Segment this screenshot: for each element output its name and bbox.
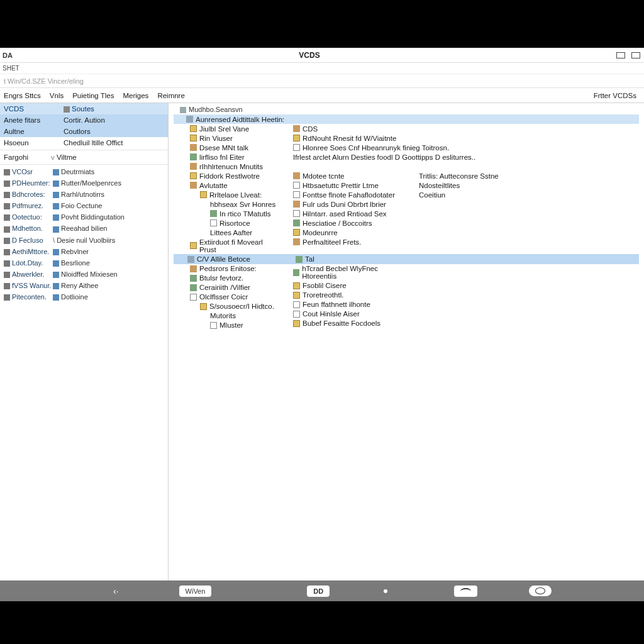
pair-icon bbox=[53, 283, 59, 289]
rp-row-selected[interactable]: C/V Allile Betoce Tal bbox=[174, 254, 639, 264]
maximize-icon[interactable] bbox=[616, 52, 625, 58]
checkbox-icon[interactable] bbox=[293, 191, 300, 198]
rp-item[interactable]: CDS bbox=[287, 124, 488, 133]
left-pane-section[interactable]: Fargohi v Viltme bbox=[0, 152, 168, 163]
dot-icon[interactable] bbox=[384, 589, 387, 593]
lp-row[interactable]: AultneCoutlors bbox=[0, 126, 168, 137]
lp-pair[interactable]: fVSS Wanur.Reny Aithee bbox=[0, 280, 168, 291]
menu-item[interactable]: Puieting Tles bbox=[72, 92, 114, 99]
rp-row-selected[interactable]: Aunrensed Aidtittalk Heetin: bbox=[174, 114, 639, 124]
rp-item[interactable]: Mluster bbox=[174, 321, 287, 330]
lp-pair[interactable]: VCOsrDeutrmiats bbox=[0, 166, 168, 177]
rp-item[interactable]: Perfnaltiteel Frets. bbox=[287, 237, 413, 247]
content-area: VCDS Soutes Anete fitarsCortir. AutionAu… bbox=[0, 103, 644, 580]
lp-pair[interactable]: Ldot.Dtay.Besrlione bbox=[0, 257, 168, 269]
rp-item[interactable]: Btulsr fevtorz. bbox=[174, 274, 287, 283]
checkbox-icon[interactable] bbox=[210, 219, 217, 226]
menu-right-label[interactable]: Frtter VCDSs bbox=[594, 92, 644, 99]
left-pane: VCDS Soutes Anete fitarsCortir. AutionAu… bbox=[0, 103, 169, 580]
taskbar: ‹· WiVen DD bbox=[0, 580, 644, 601]
pair-icon bbox=[4, 272, 10, 278]
lp-pair[interactable]: AethiMttore.Rebvlner bbox=[0, 246, 168, 257]
back-icon[interactable]: ‹· bbox=[113, 586, 119, 596]
checkbox-icon[interactable] bbox=[210, 322, 217, 329]
checkbox-icon[interactable] bbox=[190, 294, 197, 301]
rp-header: Mudhbo.Seansvn bbox=[174, 104, 639, 114]
rp-item[interactable]: Dsese MNt talk bbox=[174, 143, 287, 152]
lp-pair[interactable]: Abwerkler.Nloidffed Mixiesen bbox=[0, 269, 168, 280]
taskbar-wifi[interactable] bbox=[454, 586, 477, 597]
rp-columns: Pedsrors Enitose:Btulsr fevtorz.Cerairii… bbox=[174, 264, 639, 330]
rp-item[interactable]: Fsoblil Cisere bbox=[287, 281, 413, 291]
rp-item[interactable]: Jiulbl Srel Vane bbox=[174, 124, 287, 133]
taskbar-oval-button[interactable] bbox=[529, 586, 552, 596]
rp-item[interactable]: Rin Viuser bbox=[174, 133, 287, 143]
sect-b: Viltme bbox=[57, 153, 77, 161]
pair-icon bbox=[4, 203, 10, 209]
subtitle-bar: SHET bbox=[0, 63, 644, 74]
rp-item[interactable]: Coeitiun bbox=[413, 190, 519, 199]
rp-item[interactable]: Avlutatte bbox=[174, 180, 287, 190]
lp-pair[interactable]: D Fecluso\ Desie nuil Vuolbiirs bbox=[0, 235, 168, 246]
menu-item[interactable]: Meriges bbox=[123, 92, 148, 99]
menu-item[interactable]: Vnls bbox=[50, 92, 64, 99]
pair-icon bbox=[4, 226, 10, 233]
rp-item[interactable]: Pedsrors Enitose: bbox=[174, 264, 287, 274]
item-icon bbox=[190, 182, 197, 189]
menu-item[interactable]: Engrs Sttcs bbox=[4, 92, 41, 99]
titlebar-left-label: DA bbox=[0, 52, 25, 59]
checkbox-icon[interactable] bbox=[293, 182, 300, 189]
rp-item[interactable]: Fulr uds Duni Obrbrt lbrier bbox=[287, 199, 413, 209]
restore-icon[interactable] bbox=[631, 52, 640, 58]
rp-item[interactable]: Feun ffathnett ilhonte bbox=[287, 300, 413, 309]
lp-row[interactable]: Anete fitarsCortir. Aution bbox=[0, 114, 168, 126]
rp-item[interactable]: Hilntarr. ased Rntioad Sex bbox=[287, 209, 413, 218]
taskbar-button[interactable]: WiVen bbox=[179, 586, 212, 597]
checkbox-icon[interactable] bbox=[293, 144, 300, 151]
lp-pair[interactable]: PDHeumter:Rutter/Moelpenrces bbox=[0, 177, 168, 189]
rp-item[interactable]: Risortoce bbox=[174, 218, 287, 228]
rp-item[interactable]: In rtico TMatutls bbox=[174, 209, 287, 218]
menu-item[interactable]: Reimnre bbox=[157, 92, 184, 99]
rp-item[interactable]: Rrltelaoe Llveat: bbox=[174, 190, 287, 199]
item-icon bbox=[190, 144, 197, 151]
rp-item[interactable]: Tritlis: Autteconsre Sstne bbox=[413, 171, 519, 180]
rp-item[interactable]: Mutorits bbox=[174, 311, 287, 321]
lp-pair[interactable]: Ootectuo:Povht Biddingutation bbox=[0, 211, 168, 223]
rp-item[interactable]: Littees Aafter bbox=[174, 228, 287, 237]
rp-item[interactable]: lirfliso fnl Eiter bbox=[174, 152, 287, 162]
rp-item[interactable]: Extiirduot fi Movearl Prust bbox=[174, 237, 287, 254]
rp-item[interactable]: Modeunrre bbox=[287, 228, 413, 237]
rp-item[interactable]: S/sousoecr/I Hidtco. bbox=[174, 302, 287, 311]
rp-item[interactable]: Fonttse flnote Fahaflodotater bbox=[287, 190, 413, 199]
rp-item[interactable]: Ndosteiltlites bbox=[413, 180, 519, 190]
rp-item[interactable]: Troretreothtl. bbox=[287, 291, 413, 300]
lp-pair[interactable]: Pdfmurez.Foio Cectune bbox=[0, 200, 168, 211]
rp-item[interactable]: Ifrlest arclet Alurn Desties foodl D Goo… bbox=[287, 152, 488, 162]
rp-item[interactable]: Olclflsser Coicr bbox=[174, 292, 287, 302]
taskbar-button[interactable]: DD bbox=[307, 586, 330, 597]
path-bar[interactable]: t Win/Cd.SZE Vincer/eling bbox=[0, 74, 644, 88]
checkbox-icon[interactable] bbox=[293, 210, 300, 217]
lp-pair[interactable]: Piteconten.Dotlioine bbox=[0, 291, 168, 303]
rp-item[interactable]: Fiddork Restlwotre bbox=[174, 171, 287, 180]
lp-row[interactable]: HsoeunChedluil ltille Offict bbox=[0, 137, 168, 148]
item-icon bbox=[293, 135, 300, 142]
checkbox-icon[interactable] bbox=[293, 301, 300, 308]
rp-item[interactable]: Cout Hinlsle Aiser bbox=[287, 309, 413, 319]
rp-item[interactable]: Htbsaetuttc Prettir Ltme bbox=[287, 180, 413, 190]
rp-item[interactable]: Mdotee tcnte bbox=[287, 171, 413, 180]
lp-pair[interactable]: Bdhcrotes:Rarhl/utnotirrs bbox=[0, 189, 168, 200]
left-pane-header[interactable]: VCDS Soutes bbox=[0, 103, 168, 114]
lp-pair[interactable]: Mdhetton.Reeahad bilien bbox=[0, 223, 168, 234]
rp-item[interactable]: Bubef Fesaitte Focdoels bbox=[287, 319, 413, 328]
rp-item[interactable]: Hesciatioe / Boccoitrs bbox=[287, 218, 413, 228]
rp-item[interactable]: rIhhlrtenucn Mnutits bbox=[174, 162, 287, 171]
rp-item[interactable]: RdNouht Rnesit fd W/Viaitnte bbox=[287, 133, 488, 143]
item-icon bbox=[200, 191, 207, 198]
rp-item[interactable]: hbhseax Svr Honres bbox=[174, 199, 287, 209]
rp-item[interactable]: Cerairiith /Vilfier bbox=[174, 283, 287, 292]
rp-item[interactable]: Hlonree Soes Cnf Hbeanrunyk finieg Toitr… bbox=[287, 143, 488, 152]
rp-item[interactable]: hTcrad Becbel WlyFnec Htoreentiis bbox=[287, 264, 413, 281]
checkbox-icon[interactable] bbox=[293, 311, 300, 318]
